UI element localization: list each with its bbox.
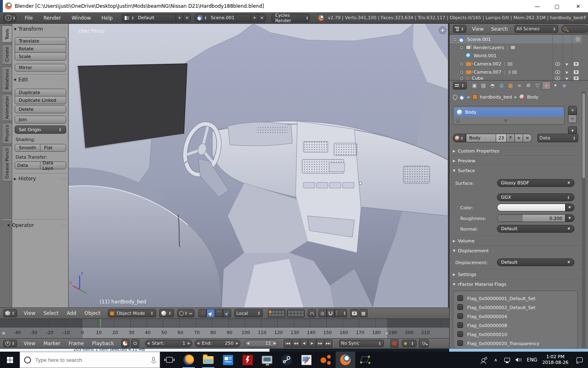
slot-add-icon[interactable]: + [456,119,460,123]
data-transfer-layout-button[interactable]: Data Layo [40,162,66,169]
set-origin-dropdown[interactable]: Set Origin [15,126,66,134]
join-button[interactable]: Join [15,116,66,123]
panel-grip-icon[interactable]: :::: [60,223,67,227]
selectability-cursor-icon[interactable]: ➤ [565,76,569,80]
flag-checkbox[interactable] [457,304,463,310]
task-view-button[interactable] [160,352,179,368]
new-material-button[interactable]: + [515,134,523,142]
tab-create[interactable]: Create [2,44,12,65]
taskbar-firefox-icon[interactable] [179,352,198,368]
current-frame-field[interactable]: ◀ 11 ▶ [245,340,278,347]
tab-grease-pencil[interactable]: Grease Pencil [2,146,12,182]
menu-outliner-view[interactable]: View [470,26,486,32]
flag-checkbox[interactable] [457,295,463,301]
expand-icon[interactable]: + [459,70,464,74]
menu-view3d-select[interactable]: Select [41,310,61,316]
manipulator-translate-icon[interactable]: ▲ [207,309,215,317]
editor-type-3dview-button[interactable] [3,309,17,317]
fake-user-button[interactable]: F [507,134,515,142]
decrement-icon[interactable]: ◀ [247,341,249,345]
close-button[interactable]: ✕ [570,0,586,12]
tray-volume-icon[interactable]: )) [513,352,524,368]
panel-grip-icon[interactable]: :::: [574,273,580,277]
material-name-field[interactable]: Body [466,134,496,142]
renderability-camera-icon[interactable] [574,62,579,66]
outliner-row-cube[interactable]: + ▽ Cube ➤ [450,76,582,80]
lock-time-icon[interactable] [131,339,139,348]
outliner-row-camera-007[interactable]: + Camera.007 | S ➤ [450,68,582,76]
render-engine-selector[interactable]: Cycles Render [272,14,310,22]
render-opengl-icon[interactable] [350,309,359,317]
panel-grip-icon[interactable]: :::: [574,169,580,173]
panel-grip-icon[interactable]: :::: [574,249,580,253]
timeline-band[interactable] [0,319,449,327]
tray-people-icon[interactable] [476,352,490,368]
panel-grip-icon[interactable]: :::: [574,149,580,153]
tab-render-icon[interactable]: ▣ [470,81,479,90]
decrement-icon[interactable]: ◀ [147,341,149,345]
taskbar-explorer-icon[interactable] [198,352,218,368]
mirror-button[interactable]: Mirror [15,64,66,72]
transform-orientation-dropdown[interactable]: Local [234,309,263,317]
pivot-align-icon[interactable]: ⇔ [189,311,192,316]
taskbar-image-editor-icon[interactable] [296,352,316,368]
taskbar-molecule-app-icon[interactable] [316,352,336,368]
tab-data-icon[interactable]: ▽ [533,81,542,90]
render-opengl-anim-icon[interactable]: ▦ [359,309,368,317]
prev-keyframe-icon[interactable]: ◀◀ [292,339,300,348]
distribution-dropdown[interactable]: GGX [497,193,575,201]
microphone-icon[interactable] [151,357,156,363]
lock-icon[interactable] [308,309,316,317]
end-frame-field[interactable]: ◀ End: 250 ▶ [195,340,241,347]
panel-grip-icon[interactable]: :::: [574,239,580,243]
material-slot-selected[interactable]: Body [454,108,564,117]
surface-shader-button[interactable]: Glossy BSDF [497,179,575,187]
menu-help[interactable]: Help [99,15,115,21]
menu-outliner-search[interactable]: Search [488,26,510,32]
tray-network-icon[interactable] [501,352,513,368]
outliner-scope-dropdown[interactable]: All Scenes [514,25,559,33]
tab-constraints-icon[interactable]: ∞ [515,81,524,90]
renderability-camera-icon[interactable] [574,76,579,80]
time-indicator-icon[interactable] [121,339,129,348]
keying-set-dropdown[interactable]: ◆ [402,340,416,347]
menu-timeline-playback[interactable]: Playback [89,341,116,346]
scrollbar-thumb-dot[interactable] [575,37,580,42]
tray-language-indicator[interactable]: ENG [524,352,540,368]
tab-physics-icon[interactable]: ◈ [560,81,569,90]
start-frame-field[interactable]: ◀ Start: 1 ▶ [145,340,192,347]
menu-view3d-object[interactable]: Object [82,310,103,316]
menu-view3d-view[interactable]: View [21,310,38,316]
panel-grip-icon[interactable]: :::: [60,177,67,181]
flag-checkbox[interactable] [457,313,463,319]
menu-file[interactable]: File [22,15,35,21]
start-button[interactable] [0,352,20,368]
menu-timeline-frame[interactable]: Frame [66,341,86,346]
editor-type-properties-button[interactable] [453,82,467,90]
taskbar-blender-icon[interactable] [336,352,355,368]
add-scene-button[interactable]: + [251,14,258,22]
add-layout-button[interactable]: + [176,14,183,22]
jump-to-start-icon[interactable]: |◀◀ [284,339,292,348]
selectability-cursor-icon[interactable]: ➤ [565,61,569,66]
snap-magnet-icon[interactable] [327,309,335,317]
scene-selector[interactable]: Scene.001 + × [195,14,266,22]
tray-hidden-icons-chevron[interactable]: ∧ [490,352,501,368]
layers-grid-left[interactable] [268,310,285,317]
outliner-row-scene[interactable]: − Scene.001 [450,35,582,43]
section-custom-properties[interactable]: ▶Custom Properties:::: [450,148,580,155]
displacement-button[interactable]: Default [497,258,575,266]
maximize-button[interactable]: ▢ [549,0,565,12]
color-swatch[interactable] [497,204,566,211]
tab-tools[interactable]: Tools [2,25,12,43]
playhead[interactable] [100,319,101,327]
duplicate-linked-button[interactable]: Duplicate Linked [15,96,66,104]
proportional-edit-icon[interactable]: ◎ [318,309,327,317]
rotate-button[interactable]: Rotate [15,45,66,53]
panel-grip-icon[interactable]: :::: [574,283,580,287]
duplicate-button[interactable]: Duplicate [15,89,66,96]
pivot-point-dropdown[interactable]: ⇔ [177,309,194,317]
timeline-ruler[interactable]: -40 -30 -20 -10 0 10 20 30 40 50 60 70 8… [0,327,449,338]
remove-layout-button[interactable]: × [183,14,190,22]
shade-flat-button[interactable]: Flat [40,144,66,152]
